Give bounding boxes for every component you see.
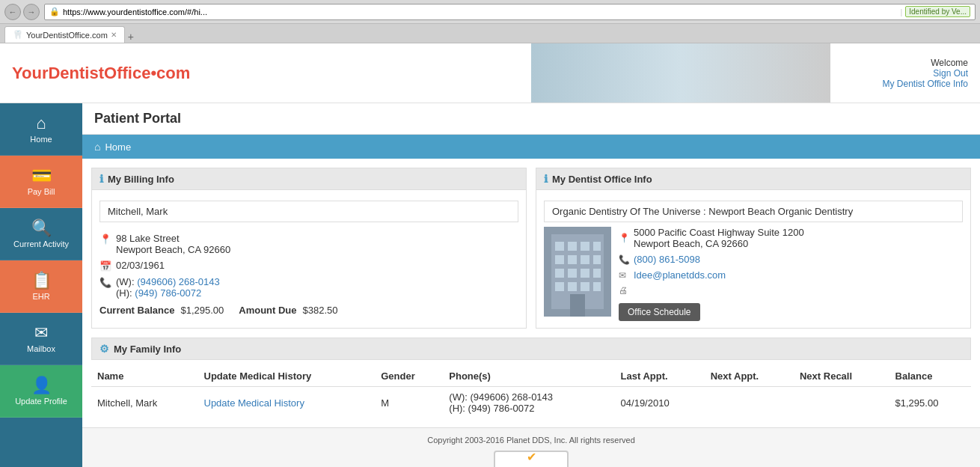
sidebar-label-update-profile: Update Profile: [15, 397, 67, 406]
breadcrumb-bar: ⌂ Home: [82, 135, 980, 159]
sidebar-label-current-activity: Current Activity: [13, 239, 69, 248]
sidebar-item-home[interactable]: ⌂ Home: [0, 103, 82, 156]
work-phone-link[interactable]: (949606) 268-0143: [137, 276, 220, 287]
address-line2: Newport Beach, CA 92660: [116, 244, 518, 255]
amount-due-label: Amount Due: [239, 305, 296, 316]
office-info-grid: 📍 5000 Pacific Coast Highway Suite 1200 …: [619, 227, 963, 321]
family-table-row: Mitchell, Mark Update Medical History M …: [91, 387, 971, 419]
row-update-link-cell: Update Medical History: [198, 387, 376, 419]
billing-content: Mitchell, Mark 📍 98 Lake Street Newport …: [92, 190, 526, 328]
home-phone-label: (H):: [116, 287, 132, 299]
svg-rect-7: [568, 255, 577, 264]
amount-due-value: $382.50: [303, 305, 338, 316]
col-last-appt: Last Appt.: [615, 366, 705, 387]
office-email-icon: ✉: [619, 270, 629, 281]
billing-section: ℹ My Billing Info Mitchell, Mark 📍 98 La…: [91, 168, 527, 329]
svg-rect-16: [581, 282, 589, 291]
work-phone-label: (W):: [116, 276, 135, 287]
sidebar-item-mailbox[interactable]: ✉ Mailbox: [0, 313, 82, 365]
office-email-link[interactable]: Idee@planetdds.com: [634, 269, 726, 281]
row-name: Mitchell, Mark: [91, 387, 198, 419]
pay-bill-icon: 💳: [31, 168, 52, 184]
billing-title: My Billing Info: [108, 174, 174, 185]
col-phones: Phone(s): [443, 366, 614, 387]
office-title: My Dentist Office Info: [552, 174, 652, 185]
svg-rect-14: [555, 282, 564, 291]
office-phone-item: 📞 (800) 861-5098: [619, 254, 963, 265]
calendar-icon: 📅: [99, 260, 111, 272]
update-medical-history-link[interactable]: Update Medical History: [204, 397, 304, 409]
sign-out-link[interactable]: Sign Out: [883, 68, 969, 79]
office-icon: ℹ: [544, 173, 548, 185]
building-svg: [544, 227, 611, 317]
home-phone-row: (H): (949) 786-0072: [116, 287, 518, 299]
svg-rect-9: [593, 255, 601, 264]
phone-text: (W): (949606) 268-0143 (H): (949) 786-00…: [116, 276, 518, 299]
col-balance: Balance: [889, 366, 971, 387]
row-gender: M: [375, 387, 443, 419]
office-section: ℹ My Dentist Office Info Organic Dentist…: [536, 168, 971, 329]
site-header: YourDentistOffice•com Welcome Sign Out M…: [0, 43, 980, 103]
family-icon: ⚙: [99, 343, 109, 355]
logo-dot: •: [150, 64, 156, 82]
row-phone-home: (H): (949) 786-0072: [449, 403, 608, 414]
active-tab[interactable]: 🦷 YourDentistOffice.com ✕: [4, 26, 125, 43]
col-gender: Gender: [375, 366, 443, 387]
sidebar-item-pay-bill[interactable]: 💳 Pay Bill: [0, 156, 82, 208]
office-email-item: ✉ Idee@planetdds.com: [619, 269, 963, 281]
address-line1: 98 Lake Street: [116, 233, 518, 244]
welcome-text: Welcome: [883, 58, 969, 68]
norton-badge: ✔ NORTON SECURED powered by digicert ABO…: [494, 451, 569, 467]
header-user-info: Welcome Sign Out My Dentist Office Info: [883, 58, 969, 89]
sidebar-item-update-profile[interactable]: 👤 Update Profile: [0, 365, 82, 418]
home-icon: ⌂: [36, 115, 46, 132]
family-table: Name Update Medical History Gender Phone…: [91, 366, 971, 418]
office-address-line2: Newport Beach, CA 92660: [634, 238, 804, 249]
family-section: ⚙ My Family Info Name Update Medical His…: [82, 329, 980, 427]
sections-row: ℹ My Billing Info Mitchell, Mark 📍 98 La…: [82, 159, 980, 329]
col-update-medical: Update Medical History: [198, 366, 376, 387]
home-phone-link[interactable]: (949) 786-0072: [135, 287, 201, 299]
new-tab-button[interactable]: +: [128, 31, 134, 43]
office-print-icon: 🖨: [619, 285, 629, 296]
office-address-line1: 5000 Pacific Coast Highway Suite 1200: [634, 227, 804, 238]
office-address-item: 📍 5000 Pacific Coast Highway Suite 1200 …: [619, 227, 963, 249]
copyright-text: Copyright 2003-2016 Planet DDS, Inc. All…: [90, 436, 973, 445]
office-image: [544, 227, 611, 317]
svg-rect-5: [593, 242, 601, 251]
svg-rect-4: [581, 242, 589, 251]
row-last-appt: 04/19/2010: [615, 387, 705, 419]
address-text: 98 Lake Street Newport Beach, CA 92660: [116, 233, 518, 255]
office-location-icon: 📍: [619, 233, 629, 243]
svg-rect-11: [568, 269, 577, 278]
norton-check-icon: ✔: [527, 450, 536, 464]
office-phone-link[interactable]: (800) 861-5098: [634, 254, 700, 265]
sidebar-item-ehr[interactable]: 📋 EHR: [0, 260, 82, 313]
dob-text: 02/03/1961: [116, 260, 518, 271]
logo-text-main: YourDentistOffice: [12, 64, 150, 82]
col-next-appt: Next Appt.: [705, 366, 794, 387]
address-bar: 🔒 | Identified by Ve...: [44, 4, 976, 20]
row-balance: $1,295.00: [889, 387, 971, 419]
my-dentist-info-link[interactable]: My Dentist Office Info: [883, 79, 969, 89]
header-image: [531, 43, 830, 103]
lock-icon: 🔒: [49, 7, 60, 16]
family-table-header-row: Name Update Medical History Gender Phone…: [91, 366, 971, 387]
logo-com: com: [156, 64, 190, 82]
row-next-appt: [705, 387, 794, 419]
phone-row: 📞 (W): (949606) 268-0143 (H): (949) 786-…: [99, 276, 518, 299]
tab-close-button[interactable]: ✕: [111, 31, 117, 39]
forward-button[interactable]: →: [23, 4, 40, 20]
current-activity-icon: 🔍: [31, 220, 52, 236]
office-schedule-button[interactable]: Office Schedule: [619, 303, 700, 321]
url-input[interactable]: [63, 7, 897, 16]
back-button[interactable]: ←: [4, 4, 21, 20]
mailbox-icon: ✉: [34, 325, 48, 341]
work-phone-row: (W): (949606) 268-0143: [116, 276, 518, 287]
row-phones: (W): (949606) 268-0143 (H): (949) 786-00…: [443, 387, 614, 419]
current-balance-value: $1,295.00: [180, 305, 224, 316]
balance-row: Current Balance $1,295.00 Amount Due $38…: [99, 305, 518, 316]
sidebar-item-current-activity[interactable]: 🔍 Current Activity: [0, 208, 82, 260]
header-bg: [531, 43, 830, 103]
update-profile-icon: 👤: [31, 377, 52, 394]
